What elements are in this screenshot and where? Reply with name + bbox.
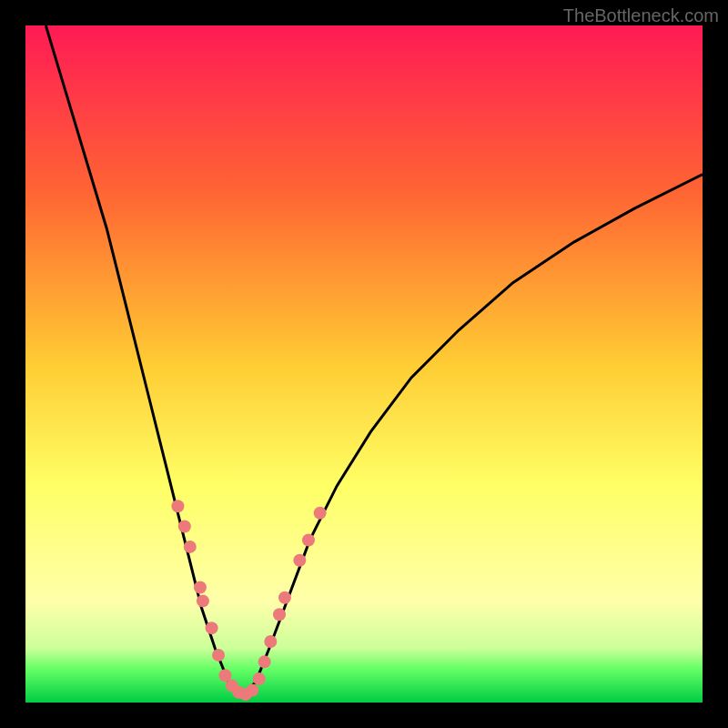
data-marker <box>264 635 277 648</box>
data-marker <box>293 554 306 567</box>
data-marker <box>253 672 266 685</box>
data-marker <box>171 500 184 512</box>
chart-svg <box>25 25 703 703</box>
data-marker <box>184 541 197 553</box>
watermark-text: TheBottleneck.com <box>563 5 719 26</box>
data-marker <box>278 592 291 604</box>
data-marker <box>246 684 258 697</box>
data-marker <box>212 649 225 662</box>
data-marker <box>258 655 271 668</box>
data-marker <box>302 533 315 546</box>
data-marker <box>314 507 327 520</box>
data-marker <box>206 622 218 634</box>
data-marker <box>273 608 286 621</box>
gradient-background <box>25 25 703 703</box>
data-marker <box>178 521 191 533</box>
data-marker <box>194 581 207 594</box>
bottleneck-chart <box>25 25 703 703</box>
data-marker <box>197 594 209 607</box>
